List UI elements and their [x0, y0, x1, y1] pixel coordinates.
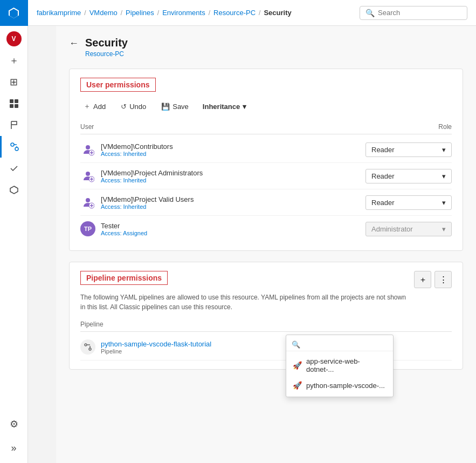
- svg-rect-2: [10, 104, 13, 108]
- svg-point-17: [86, 198, 90, 202]
- col-header-pipeline: Pipeline: [80, 321, 452, 328]
- inheritance-button[interactable]: Inheritance ▾: [203, 103, 246, 111]
- artifacts-icon[interactable]: [0, 179, 28, 201]
- search-input[interactable]: [378, 9, 461, 17]
- col-header-role: Role: [355, 123, 452, 131]
- inheritance-label: Inheritance: [203, 103, 240, 111]
- repos-icon[interactable]: [0, 114, 28, 136]
- breadcrumb-pipelines[interactable]: Pipelines: [126, 9, 154, 17]
- user-info: [VMdemo]\Project Valid Users Access: Inh…: [80, 195, 365, 210]
- avatar: [80, 168, 95, 183]
- breadcrumb-environments[interactable]: Environments: [162, 9, 205, 17]
- user-details: [VMdemo]\Contributors Access: Inherited: [101, 142, 173, 157]
- breadcrumb-sep-3: /: [157, 9, 159, 17]
- role-value: Reader: [371, 172, 395, 180]
- page-header: ← Security Resource-PC: [69, 37, 463, 58]
- list-item: python-sample-vscode-flask-tutorial Pipe…: [80, 334, 452, 360]
- back-button[interactable]: ←: [69, 38, 79, 49]
- expand-icon[interactable]: »: [0, 437, 28, 459]
- breadcrumb-resourcepc[interactable]: Resource-PC: [213, 9, 256, 17]
- search-box[interactable]: 🔍: [360, 6, 467, 20]
- user-details: [VMdemo]\Project Valid Users Access: Inh…: [101, 195, 194, 210]
- table-row: [VMdemo]\Contributors Access: Inherited …: [80, 137, 452, 163]
- breadcrumb-sep-5: /: [259, 9, 260, 17]
- breadcrumb-sep-2: /: [121, 9, 122, 17]
- chevron-down-icon: ▾: [243, 103, 246, 111]
- undo-button[interactable]: ↺ Undo: [118, 100, 149, 113]
- svg-point-5: [15, 147, 18, 151]
- user-table-header: User Role: [80, 120, 452, 134]
- svg-point-4: [11, 143, 14, 146]
- svg-point-21: [85, 344, 87, 346]
- dropdown-item[interactable]: 🚀 python-sample-vscode-...: [286, 377, 393, 393]
- save-label: Save: [173, 103, 189, 111]
- breadcrumb-security: Security: [264, 9, 291, 17]
- pipeline-dropdown-popup: 🔍 🚀 app-service-web-dotnet-... 🚀 python-…: [286, 335, 394, 397]
- table-row: [VMdemo]\Project Administrators Access: …: [80, 163, 452, 189]
- add-button[interactable]: ＋ Add: [80, 99, 109, 113]
- pipeline-item-icon: 🚀: [293, 381, 302, 390]
- pipeline-left: Pipeline permissions The following YAML …: [80, 271, 408, 317]
- role-dropdown-disabled[interactable]: Administrator ▾: [365, 222, 452, 236]
- user-avatar[interactable]: V: [6, 31, 22, 46]
- svg-point-9: [86, 145, 90, 149]
- user-permissions-toolbar: ＋ Add ↺ Undo 💾 Save Inheritance ▾: [80, 99, 452, 113]
- dropdown-item-label: python-sample-vscode-...: [306, 382, 385, 390]
- app-logo[interactable]: [0, 0, 28, 26]
- user-name: Tester: [101, 222, 147, 230]
- user-name: [VMdemo]\Project Valid Users: [101, 195, 194, 203]
- svg-rect-0: [10, 99, 13, 103]
- breadcrumb-vmdemo[interactable]: VMdemo: [89, 9, 118, 17]
- page-subtitle: Resource-PC: [85, 50, 128, 58]
- user-access: Access: Inherited: [101, 203, 194, 210]
- pipeline-description: The following YAML pipelines are allowed…: [80, 292, 408, 312]
- pipeline-sub: Pipeline: [101, 348, 211, 355]
- user-info: TP Tester Access: Assigned: [80, 221, 365, 236]
- pipeline-details: python-sample-vscode-flask-tutorial Pipe…: [101, 340, 211, 355]
- save-button[interactable]: 💾 Save: [158, 100, 192, 113]
- topbar: fabrikamprime / VMdemo / Pipelines / Env…: [28, 0, 476, 26]
- add-label: Add: [93, 103, 106, 111]
- search-icon: 🔍: [292, 341, 300, 349]
- role-value: Reader: [371, 146, 395, 154]
- more-options-button[interactable]: ⋮: [434, 271, 452, 288]
- svg-point-13: [86, 172, 90, 176]
- pipeline-name[interactable]: python-sample-vscode-flask-tutorial: [101, 340, 211, 348]
- dropdown-item-label: app-service-web-dotnet-...: [306, 357, 387, 373]
- add-icon: ＋: [84, 101, 91, 111]
- settings-icon[interactable]: ⚙: [0, 413, 28, 435]
- user-permissions-card: User permissions ＋ Add ↺ Undo 💾 Save Inh…: [69, 69, 463, 251]
- role-dropdown[interactable]: Reader ▾: [365, 169, 452, 183]
- dropdown-search-input[interactable]: [303, 341, 388, 349]
- add-pipeline-button[interactable]: ＋: [414, 271, 431, 288]
- chevron-down-icon: ▾: [442, 172, 446, 180]
- overview-icon[interactable]: ⊞: [0, 71, 28, 93]
- sidebar-bottom: ⚙ »: [0, 413, 28, 459]
- svg-point-22: [89, 348, 91, 350]
- svg-rect-1: [15, 99, 18, 103]
- dropdown-search-box[interactable]: 🔍: [286, 338, 393, 351]
- breadcrumb-fabrikamprime[interactable]: fabrikamprime: [37, 9, 81, 17]
- role-dropdown[interactable]: Reader ▾: [365, 142, 452, 157]
- col-header-user: User: [80, 123, 355, 131]
- role-value: Administrator: [371, 225, 413, 233]
- search-icon: 🔍: [365, 9, 375, 17]
- breadcrumb-sep-1: /: [84, 9, 86, 17]
- user-access: Access: Inherited: [101, 151, 173, 157]
- user-details: [VMdemo]\Project Administrators Access: …: [101, 169, 203, 183]
- pipeline-icon: [80, 339, 95, 355]
- user-name: [VMdemo]\Project Administrators: [101, 169, 203, 177]
- add-icon[interactable]: ＋: [0, 50, 28, 71]
- avatar: [80, 142, 95, 157]
- dropdown-item[interactable]: 🚀 app-service-web-dotnet-...: [286, 353, 393, 377]
- boards-icon[interactable]: [0, 93, 28, 114]
- chevron-down-icon: ▾: [442, 146, 446, 154]
- role-dropdown[interactable]: Reader ▾: [365, 195, 452, 210]
- page-title: Security: [85, 37, 128, 49]
- user-permissions-title: User permissions: [80, 78, 156, 92]
- undo-label: Undo: [129, 103, 146, 111]
- avatar: [80, 195, 95, 210]
- testplans-icon[interactable]: [0, 158, 28, 179]
- pipelines-icon[interactable]: [0, 136, 28, 158]
- user-info: [VMdemo]\Project Administrators Access: …: [80, 168, 365, 183]
